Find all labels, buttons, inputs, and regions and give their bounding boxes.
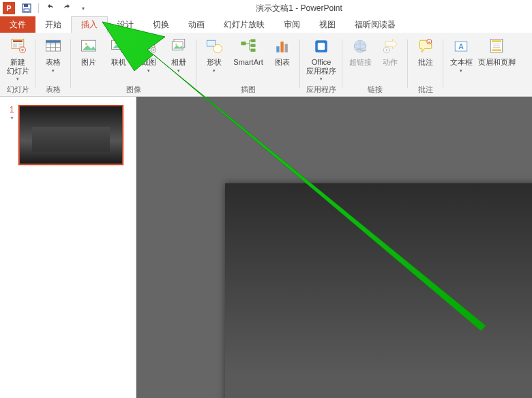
group-illustrations: 形状 ▾ SmartArt 图表 插图 bbox=[196, 33, 300, 96]
group-text: A 文本框 ▾ 页眉和页脚 bbox=[443, 33, 520, 96]
svg-rect-38 bbox=[276, 46, 279, 52]
slide-thumb-content bbox=[32, 127, 110, 152]
svg-rect-42 bbox=[318, 43, 325, 50]
svg-text:✶: ✶ bbox=[428, 40, 430, 44]
save-icon[interactable] bbox=[20, 2, 33, 14]
chart-label: 图表 bbox=[275, 58, 290, 67]
tab-transitions[interactable]: 切换 bbox=[143, 16, 179, 33]
group-tables: 表格 ▾ 表格 bbox=[35, 33, 71, 96]
slide-number: 1 * bbox=[10, 105, 14, 123]
textbox-button[interactable]: A 文本框 ▾ bbox=[447, 35, 475, 74]
comment-button[interactable]: ✶ 批注 bbox=[412, 35, 439, 67]
svg-point-17 bbox=[85, 43, 88, 46]
slide-thumbnail[interactable] bbox=[18, 105, 123, 165]
window-title: 演示文稿1 - PowerPoint bbox=[89, 3, 529, 14]
group-slides: ✶ 新建 幻灯片 ▾ 幻灯片 bbox=[0, 33, 35, 96]
svg-point-19 bbox=[115, 42, 117, 44]
slide-preview[interactable] bbox=[225, 183, 532, 398]
title-bar: P ▾ 演示文稿1 - PowerPoint bbox=[0, 0, 532, 16]
svg-rect-40 bbox=[285, 44, 288, 52]
smartart-label: SmartArt bbox=[233, 58, 263, 67]
office-apps-button[interactable]: Office 应用程序 ▾ bbox=[304, 35, 338, 82]
smartart-button[interactable]: SmartArt bbox=[231, 35, 266, 67]
chart-button[interactable]: 图表 bbox=[269, 35, 296, 67]
tab-file[interactable]: 文件 bbox=[0, 16, 35, 33]
tab-review[interactable]: 审阅 bbox=[274, 16, 310, 33]
textbox-icon: A bbox=[450, 35, 472, 57]
pictures-icon bbox=[78, 35, 100, 57]
qat-customize-icon[interactable]: ▾ bbox=[77, 2, 89, 14]
svg-rect-35 bbox=[251, 40, 256, 42]
hyperlink-button[interactable]: 超链接 bbox=[346, 35, 374, 67]
tab-home[interactable]: 开始 bbox=[35, 16, 71, 33]
action-button[interactable]: 动作 bbox=[376, 35, 404, 67]
dropdown-icon: ▾ bbox=[147, 68, 150, 74]
tab-insert[interactable]: 插入 bbox=[71, 16, 108, 33]
new-slide-label: 新建 幻灯片 bbox=[7, 58, 29, 75]
pictures-button[interactable]: 图片 bbox=[75, 35, 102, 67]
tab-slideshow[interactable]: 幻灯片放映 bbox=[214, 16, 274, 33]
svg-rect-32 bbox=[207, 40, 216, 46]
group-comments-label: 批注 bbox=[418, 85, 433, 95]
svg-text:✶: ✶ bbox=[20, 48, 25, 52]
dropdown-icon: ▾ bbox=[213, 68, 216, 74]
quick-access-toolbar: ▾ bbox=[20, 2, 89, 14]
slide-thumbnail-panel: 1 * bbox=[0, 97, 136, 398]
screenshot-button[interactable]: 截图 ▾ bbox=[135, 35, 162, 74]
svg-text:A: A bbox=[458, 42, 464, 50]
svg-rect-24 bbox=[143, 40, 155, 43]
slide-canvas[interactable] bbox=[136, 97, 532, 398]
svg-rect-53 bbox=[492, 49, 501, 51]
ribbon-tabs: 文件 开始 插入 设计 切换 动画 幻灯片放映 审阅 视图 福昕阅读器 bbox=[0, 16, 532, 33]
new-slide-icon: ✶ bbox=[7, 35, 29, 57]
svg-rect-37 bbox=[251, 49, 256, 52]
textbox-label: 文本框 bbox=[450, 58, 473, 67]
tab-animations[interactable]: 动画 bbox=[179, 16, 214, 33]
svg-rect-6 bbox=[18, 44, 23, 46]
svg-rect-4 bbox=[13, 40, 23, 42]
action-icon bbox=[379, 35, 401, 57]
group-slides-label: 幻灯片 bbox=[7, 85, 29, 95]
redo-icon[interactable] bbox=[61, 2, 73, 14]
dropdown-icon: ▾ bbox=[177, 68, 180, 74]
svg-rect-39 bbox=[280, 42, 283, 52]
hyperlink-label: 超链接 bbox=[349, 58, 372, 67]
table-label: 表格 bbox=[46, 58, 61, 67]
ribbon: ✶ 新建 幻灯片 ▾ 幻灯片 表格 ▾ 表格 bbox=[0, 33, 532, 97]
svg-point-31 bbox=[175, 44, 177, 46]
pictures-label: 图片 bbox=[81, 58, 96, 67]
online-pictures-button[interactable]: 联机 bbox=[105, 35, 132, 67]
workspace: 1 * bbox=[0, 97, 532, 398]
header-footer-button[interactable]: 页眉和页脚 bbox=[477, 35, 516, 67]
svg-rect-15 bbox=[46, 40, 61, 43]
svg-rect-1 bbox=[24, 4, 28, 7]
table-button[interactable]: 表格 ▾ bbox=[40, 35, 67, 74]
online-pictures-icon bbox=[108, 35, 130, 57]
undo-icon[interactable] bbox=[44, 2, 57, 14]
tab-view[interactable]: 视图 bbox=[310, 16, 345, 33]
shapes-label: 形状 bbox=[207, 58, 222, 67]
tab-foxit[interactable]: 福昕阅读器 bbox=[345, 16, 405, 33]
slide-thumbnail-1[interactable]: 1 * bbox=[10, 105, 126, 165]
header-footer-label: 页眉和页脚 bbox=[478, 58, 516, 67]
slide-number-text: 1 bbox=[10, 105, 14, 114]
chart-icon bbox=[271, 35, 293, 57]
comment-label: 批注 bbox=[418, 58, 433, 67]
album-icon bbox=[168, 35, 190, 57]
new-slide-button[interactable]: ✶ 新建 幻灯片 ▾ bbox=[4, 35, 31, 82]
group-links: 超链接 动作 链接 bbox=[342, 33, 408, 96]
shapes-button[interactable]: 形状 ▾ bbox=[201, 35, 228, 74]
screenshot-label: 截图 bbox=[141, 58, 156, 67]
dropdown-icon: ▾ bbox=[16, 76, 19, 82]
album-button[interactable]: 相册 ▾ bbox=[165, 35, 192, 74]
group-apps: Office 应用程序 ▾ 应用程序 bbox=[300, 33, 342, 96]
group-comments: ✶ 批注 批注 bbox=[408, 33, 443, 96]
group-apps-label: 应用程序 bbox=[306, 85, 336, 95]
tab-design[interactable]: 设计 bbox=[108, 16, 143, 33]
online-pictures-label: 联机 bbox=[111, 58, 126, 67]
dropdown-icon: ▾ bbox=[52, 68, 55, 74]
smartart-icon bbox=[237, 35, 259, 57]
hyperlink-icon bbox=[349, 35, 371, 57]
app-logo: P bbox=[3, 2, 15, 14]
group-tables-label: 表格 bbox=[46, 85, 61, 95]
